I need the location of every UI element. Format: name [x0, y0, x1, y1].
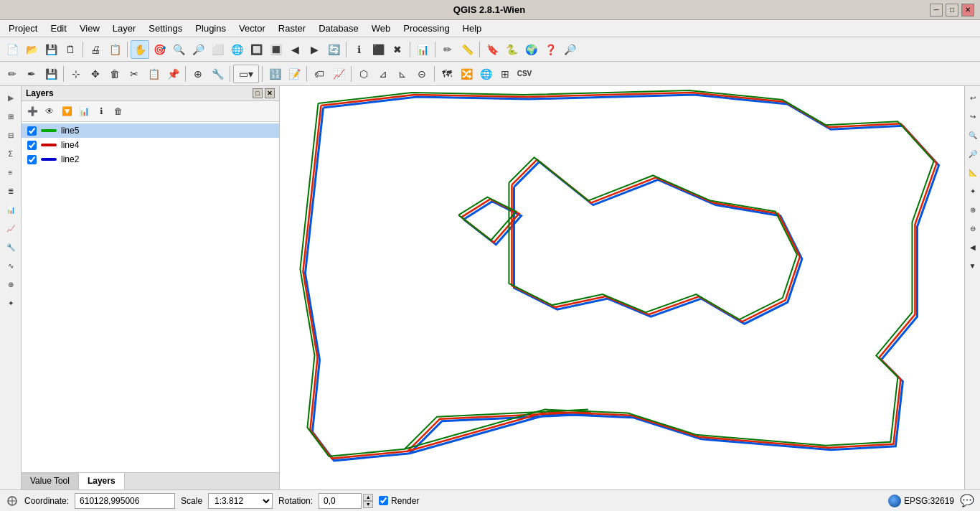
rotation-spinner[interactable]: ▲ ▼	[363, 494, 373, 508]
offset-button[interactable]: ⊾	[393, 65, 412, 83]
right-btn-down[interactable]: ▼	[964, 257, 981, 274]
move-feature-button[interactable]: ✥	[86, 65, 105, 83]
layer-checkbox-line2[interactable]	[27, 155, 37, 164]
window-controls[interactable]: ─ □ ✕	[930, 4, 974, 17]
menu-item-plugins[interactable]: Plugins	[189, 22, 232, 35]
tab-layers[interactable]: Layers	[79, 473, 125, 489]
right-btn-8[interactable]: ⊖	[964, 220, 981, 237]
identify-button[interactable]: ℹ	[349, 40, 368, 59]
print-button[interactable]: 🖨	[86, 40, 105, 59]
csv-button[interactable]: CSV	[515, 65, 534, 83]
form-view-button[interactable]: 📝	[285, 65, 303, 83]
left-btn-2[interactable]: ⊞	[2, 108, 19, 125]
rotation-input[interactable]	[319, 493, 362, 509]
remove-layer-button[interactable]: 🗑	[110, 103, 126, 119]
left-btn-9[interactable]: 🔧	[2, 238, 19, 255]
add-layer-button[interactable]: ➕	[24, 103, 40, 119]
open-table2-button[interactable]: 📊	[76, 103, 92, 119]
grid-button[interactable]: ⊞	[496, 65, 514, 83]
python-button[interactable]: 🐍	[502, 40, 521, 59]
filter-button[interactable]: 🔽	[59, 103, 75, 119]
right-btn-3[interactable]: 🔍	[964, 126, 981, 144]
digitize-button[interactable]: ✏	[438, 40, 457, 59]
zoom-out-button[interactable]: 🔎	[189, 40, 207, 59]
layer-item-line4[interactable]: line4	[22, 138, 279, 152]
menu-item-database[interactable]: Database	[313, 22, 364, 35]
cut-features-button[interactable]: ✂	[125, 65, 143, 83]
menu-item-help[interactable]: Help	[457, 22, 488, 35]
close-button[interactable]: ✕	[961, 4, 974, 17]
right-btn-9[interactable]: ◀	[964, 238, 981, 255]
georef-button[interactable]: 🗺	[438, 65, 456, 83]
measure-button[interactable]: 📏	[458, 40, 476, 59]
coordinate-input[interactable]	[75, 493, 175, 509]
deselect-button[interactable]: ✖	[388, 40, 407, 59]
menu-item-web[interactable]: Web	[366, 22, 397, 35]
open-table-button[interactable]: 📊	[413, 40, 432, 59]
help-button[interactable]: ❓	[541, 40, 560, 59]
left-btn-8[interactable]: 📈	[2, 220, 19, 237]
right-btn-6[interactable]: ✦	[964, 182, 981, 200]
menu-item-project[interactable]: Project	[3, 22, 43, 35]
layer-item-line5[interactable]: line5	[22, 123, 279, 138]
left-btn-10[interactable]: ∿	[2, 257, 19, 274]
epsg-badge[interactable]: EPSG:32619	[888, 494, 954, 507]
edit-pencil-button[interactable]: ✏	[3, 65, 22, 83]
field-calc-button[interactable]: 🔢	[265, 65, 284, 83]
zoom-full-button[interactable]: 🌐	[227, 40, 246, 59]
split-button[interactable]: ⊝	[413, 65, 431, 83]
left-btn-5[interactable]: ≡	[2, 164, 19, 181]
new-project-button[interactable]: 📄	[3, 40, 22, 59]
diagram-button[interactable]: 📈	[329, 65, 348, 83]
layer-item-line2[interactable]: line2	[22, 152, 279, 167]
right-btn-redo[interactable]: ↪	[964, 108, 981, 125]
menu-item-processing[interactable]: Processing	[397, 22, 455, 35]
menu-item-edit[interactable]: Edit	[44, 22, 72, 35]
minimize-button[interactable]: ─	[930, 4, 943, 17]
rotation-up-button[interactable]: ▲	[363, 494, 373, 501]
bookmark-button[interactable]: 🔖	[483, 40, 501, 59]
rotation-down-button[interactable]: ▼	[363, 501, 373, 508]
save-as-button[interactable]: 🗒	[61, 40, 80, 59]
right-btn-5[interactable]: 📐	[964, 164, 981, 181]
tab-value-tool[interactable]: Value Tool	[22, 473, 79, 489]
warp-button[interactable]: 🔀	[457, 65, 476, 83]
render-checkbox[interactable]	[379, 496, 388, 505]
zoom-next-button[interactable]: ▶	[305, 40, 324, 59]
snap-tolerance-button[interactable]: 🔧	[208, 65, 227, 83]
refresh-button[interactable]: 🔄	[324, 40, 343, 59]
left-btn-4[interactable]: Σ	[2, 145, 19, 162]
panel-restore-button[interactable]: □	[253, 88, 263, 98]
right-btn-7[interactable]: ⊕	[964, 201, 981, 218]
menu-item-view[interactable]: View	[74, 22, 105, 35]
left-btn-12[interactable]: ✦	[2, 294, 19, 311]
maximize-button[interactable]: □	[946, 4, 958, 17]
labeling-button[interactable]: 🏷	[310, 65, 329, 83]
select-button[interactable]: ⬛	[369, 40, 387, 59]
right-btn-undo[interactable]: ↩	[964, 89, 981, 106]
map-canvas-area[interactable]	[280, 86, 964, 489]
snapping-button[interactable]: ⊕	[189, 65, 207, 83]
zoom-layer-button[interactable]: 🔲	[247, 40, 265, 59]
epsg-transform-button[interactable]: 🌐	[476, 65, 495, 83]
left-btn-1[interactable]: ▶	[2, 89, 19, 106]
left-btn-6[interactable]: ≣	[2, 182, 19, 200]
menu-item-layer[interactable]: Layer	[107, 22, 142, 35]
node-tool-button[interactable]: ⊹	[67, 65, 85, 83]
scale-select[interactable]: 1:3.812	[208, 493, 273, 509]
visibility-button[interactable]: 👁	[42, 103, 57, 119]
menu-item-raster[interactable]: Raster	[273, 22, 311, 35]
print-composer-button[interactable]: 📋	[105, 40, 124, 59]
panel-close-button[interactable]: ✕	[265, 88, 275, 98]
zoom-last-button[interactable]: ◀	[286, 40, 304, 59]
zoom-in-button[interactable]: 🔍	[169, 40, 188, 59]
select-rectangle-button[interactable]: ▭▾	[233, 65, 259, 83]
menu-item-vector[interactable]: Vector	[233, 22, 271, 35]
digitizing2-button[interactable]: ⬡	[354, 65, 373, 83]
info2-button[interactable]: 🔎	[560, 40, 579, 59]
pan-button[interactable]: ✋	[131, 40, 149, 59]
toggle-edit-button[interactable]: ✒	[22, 65, 41, 83]
reshape-button[interactable]: ⊿	[374, 65, 392, 83]
left-btn-11[interactable]: ⊕	[2, 276, 19, 293]
web-button[interactable]: 🌍	[522, 40, 540, 59]
